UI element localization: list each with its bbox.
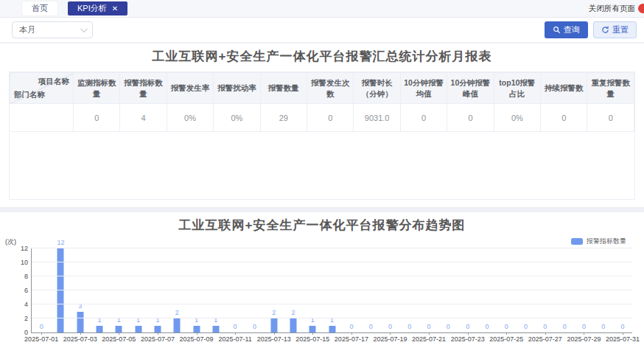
tab-bar: 首页 KPI分析 ✕ 关闭所有页面 <box>0 0 644 18</box>
close-all-pages-button[interactable]: 关闭所有页面 <box>589 4 644 14</box>
column-header: 报警指标数量 <box>120 73 167 104</box>
close-tab-icon[interactable]: ✕ <box>112 5 118 13</box>
corner-top-right-label: 项目名称 <box>38 76 69 86</box>
table-cell: 0 <box>541 104 587 132</box>
tab-home[interactable]: 首页 <box>22 1 57 15</box>
tab-kpi-analysis[interactable]: KPI分析 ✕ <box>68 1 127 15</box>
column-header: 10分钟报警均值 <box>400 73 447 104</box>
column-header: 报警发生率 <box>167 73 213 104</box>
table-cell: 0 <box>587 104 634 132</box>
y-axis-label: 12 <box>21 245 28 252</box>
bar-value-label: 0 <box>543 324 547 330</box>
y-axis-label: 6 <box>24 287 28 294</box>
table-cell: 29 <box>260 104 307 132</box>
x-axis-tick <box>80 332 81 335</box>
chevron-down-icon <box>80 25 88 32</box>
table-cell: 0% <box>167 104 213 132</box>
x-axis-tick <box>429 332 430 335</box>
y-axis-label: 10 <box>21 259 28 266</box>
bar <box>154 326 161 332</box>
column-header: 重复报警数量 <box>587 73 634 104</box>
report-table-wrap: 项目名称 部门名称 监测指标数量报警指标数量报警发生率报警扰动率报警数量报警发生… <box>9 72 635 200</box>
query-button-label: 查询 <box>564 24 580 35</box>
bar <box>77 312 83 333</box>
column-header: 持续报警数 <box>541 73 587 104</box>
bar-value-label: 0 <box>447 324 450 330</box>
x-axis-label: 2025-07-11 <box>218 335 251 343</box>
x-axis-tick <box>390 332 391 335</box>
report-card: 工业互联网+安全生产一体化平台报警汇总统计分析月报表 项目名称 部门名称 监测指… <box>0 43 644 207</box>
table-cell: 4 <box>120 104 167 132</box>
x-axis-label: 2025-07-19 <box>373 335 407 343</box>
gridline <box>32 318 632 318</box>
x-axis-tick <box>506 332 507 335</box>
x-axis-label: 2025-07-01 <box>24 335 58 343</box>
bar-value-label: 0 <box>253 324 256 330</box>
bar-value-label: 0 <box>407 324 411 330</box>
bar-value-label: 0 <box>369 324 373 330</box>
column-header: 报警时长（分钟） <box>354 73 400 104</box>
table-cell: 0 <box>400 104 447 132</box>
column-header: 报警数量 <box>260 73 307 104</box>
bar-value-label: 0 <box>621 324 625 330</box>
bar-value-label: 2 <box>272 310 276 316</box>
reset-button[interactable]: 重置 <box>593 21 637 38</box>
notification-badge[interactable] <box>638 4 644 13</box>
bar-value-label: 0 <box>234 324 237 330</box>
x-axis-label: 2025-07-25 <box>489 335 523 343</box>
bar-value-label: 2 <box>175 310 179 316</box>
chart-card: 工业互联网+安全生产一体化平台报警分布趋势图 报警指标数量 (次) 02025-… <box>0 212 644 345</box>
x-axis-label: 2025-07-13 <box>257 335 291 343</box>
y-axis-label: 2 <box>24 315 28 322</box>
table-header-row: 项目名称 部门名称 监测指标数量报警指标数量报警发生率报警扰动率报警数量报警发生… <box>10 73 634 104</box>
x-axis-tick <box>235 332 236 335</box>
bar <box>116 326 122 332</box>
x-axis-label: 2025-07-15 <box>295 335 329 343</box>
x-axis-label: 2025-07-21 <box>412 335 446 343</box>
bar-value-label: 0 <box>40 324 43 330</box>
column-header: 10分钟报警峰值 <box>447 73 494 104</box>
legend-item[interactable]: 报警指标数量 <box>571 237 626 246</box>
bar-value-label: 0 <box>427 324 431 330</box>
table-cell: 0% <box>214 104 260 132</box>
refresh-icon <box>601 26 609 34</box>
x-axis-tick <box>468 332 469 335</box>
x-axis-tick <box>351 332 352 335</box>
x-axis-label: 2025-07-05 <box>102 335 136 343</box>
gridline <box>32 290 632 290</box>
y-axis-unit-label: (次) <box>5 237 16 247</box>
legend-label: 报警指标数量 <box>587 237 626 246</box>
bar-chart-plot: (次) 02025-07-011232025-07-03112025-07-05… <box>31 248 632 333</box>
reset-button-label: 重置 <box>612 24 629 35</box>
gridline <box>32 262 632 262</box>
query-button[interactable]: 查询 <box>545 21 588 38</box>
bar-value-label: 12 <box>57 240 64 246</box>
gridline <box>32 276 632 276</box>
x-axis-tick <box>312 332 313 335</box>
bar <box>97 326 103 332</box>
chart-title: 工业互联网+安全生产一体化平台报警分布趋势图 <box>0 217 644 234</box>
x-axis-label: 2025-07-23 <box>451 335 485 343</box>
bar <box>290 318 297 332</box>
report-title: 工业互联网+安全生产一体化平台报警汇总统计分析月报表 <box>0 48 644 65</box>
x-axis-label: 2025-07-29 <box>567 335 601 343</box>
bar-value-label: 0 <box>524 324 528 330</box>
x-axis-tick <box>119 332 119 335</box>
table-cell: 0 <box>447 104 494 132</box>
bar-value-label: 0 <box>485 324 489 330</box>
y-axis-label: 0 <box>24 329 28 336</box>
x-axis-tick <box>623 332 623 335</box>
search-icon <box>553 26 561 34</box>
bar-value-label: 0 <box>582 324 586 330</box>
x-axis-tick <box>274 332 275 335</box>
bar-value-label: 2 <box>291 310 295 316</box>
close-all-label: 关闭所有页面 <box>589 4 635 14</box>
bar-value-label: 0 <box>388 324 392 330</box>
corner-header-cell: 项目名称 部门名称 <box>10 73 74 104</box>
period-select[interactable]: 本月 <box>12 21 93 38</box>
filter-toolbar: 本月 查询 重置 <box>0 18 644 42</box>
bar-value-label: 0 <box>601 324 605 330</box>
table-cell: 0 <box>74 104 120 132</box>
column-header: 报警扰动率 <box>214 73 260 104</box>
gridline <box>32 248 632 248</box>
